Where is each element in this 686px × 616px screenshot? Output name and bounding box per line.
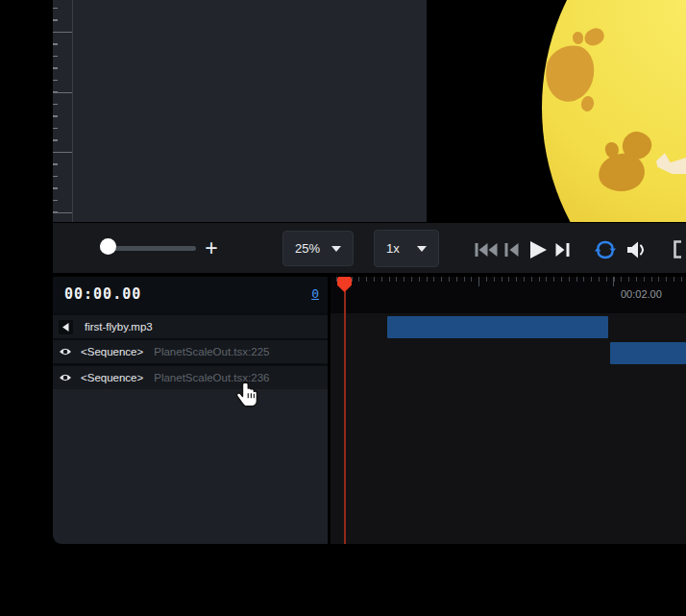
loop-toggle-button[interactable] <box>594 240 617 259</box>
visibility-eye-icon[interactable] <box>59 345 72 358</box>
timeline-header: 00:00.00 0 <box>53 277 328 313</box>
track-rows-zone: first-flyby.mp3 <Sequence> PlanetScaleOu… <box>53 313 328 389</box>
stage-area: 0 250 500 750 <box>0 0 686 222</box>
ruler-major-line <box>53 32 72 33</box>
track-name: first-flyby.mp3 <box>85 321 153 333</box>
playhead-line <box>344 277 346 544</box>
timeline-panel: 00:00.00 0 first-flyby.mp3 <Sequence> Pl… <box>53 277 686 544</box>
jump-to-start-button[interactable] <box>475 242 498 258</box>
current-frame-link[interactable]: 0 <box>311 286 319 301</box>
jump-to-start-icon <box>475 242 498 258</box>
ruler-major-line <box>53 92 72 93</box>
timeline-major-tick <box>478 277 479 286</box>
volume-button[interactable] <box>625 240 647 259</box>
timeline-major-tick <box>613 277 614 286</box>
track-name: <Sequence> <box>81 372 143 383</box>
canvas-scale-dropdown[interactable]: 25% <box>282 231 354 266</box>
next-frame-icon <box>555 242 571 258</box>
timeline-track-list: 00:00.00 0 first-flyby.mp3 <Sequence> Pl… <box>53 277 328 544</box>
timeline-clip-area[interactable]: 00:02.00 <box>331 277 686 544</box>
chevron-down-icon <box>417 246 427 252</box>
track-source: PlanetScaleOut.tsx:236 <box>154 372 269 383</box>
timeline-ruler[interactable]: 00:02.00 <box>331 277 686 313</box>
sequence-clip[interactable] <box>610 342 686 364</box>
track-row-sequence-2[interactable]: <Sequence> PlanetScaleOut.tsx:236 <box>53 366 328 389</box>
track-row-audio[interactable]: first-flyby.mp3 <box>53 315 328 338</box>
volume-icon <box>625 240 647 259</box>
track-name: <Sequence> <box>81 346 143 357</box>
track-row-sequence-1[interactable]: <Sequence> PlanetScaleOut.tsx:225 <box>53 340 328 363</box>
current-timecode: 00:00.00 <box>64 285 141 303</box>
track-source: PlanetScaleOut.tsx:225 <box>154 346 269 357</box>
ruler-major-line <box>53 212 72 213</box>
zoom-in-button[interactable]: + <box>199 235 224 260</box>
next-frame-button[interactable] <box>555 242 571 258</box>
play-button[interactable] <box>528 241 548 259</box>
size-bounds-button[interactable] <box>673 240 682 259</box>
playback-toolbar: − + 25% 1x <box>53 222 686 275</box>
ruler-minor-ticks <box>53 8 58 222</box>
audio-clip[interactable] <box>387 316 608 338</box>
canvas-scale-value: 25% <box>295 241 320 256</box>
chevron-down-icon <box>331 246 341 252</box>
audio-speaker-icon[interactable] <box>59 320 73 334</box>
ruler-major-line <box>53 152 72 153</box>
timeline-time-label: 00:02.00 <box>621 288 662 300</box>
moon-crater <box>579 95 596 113</box>
moon-graphic <box>542 0 686 222</box>
composition-preview[interactable] <box>427 0 686 222</box>
previous-frame-icon <box>504 242 519 258</box>
visibility-eye-icon[interactable] <box>59 371 72 384</box>
moon-crater <box>573 32 583 44</box>
bracket-icon <box>673 240 682 259</box>
playback-speed-value: 1x <box>386 241 400 256</box>
timeline-minor-ticks <box>336 277 686 282</box>
play-icon <box>528 241 548 259</box>
zoom-slider-thumb[interactable] <box>100 238 116 255</box>
loop-icon <box>594 240 617 259</box>
canvas-background[interactable] <box>73 0 427 222</box>
previous-frame-button[interactable] <box>504 242 519 258</box>
moon-crater <box>582 26 607 49</box>
vertical-ruler[interactable]: 0 250 500 750 <box>53 0 73 222</box>
playback-speed-dropdown[interactable]: 1x <box>374 230 439 267</box>
